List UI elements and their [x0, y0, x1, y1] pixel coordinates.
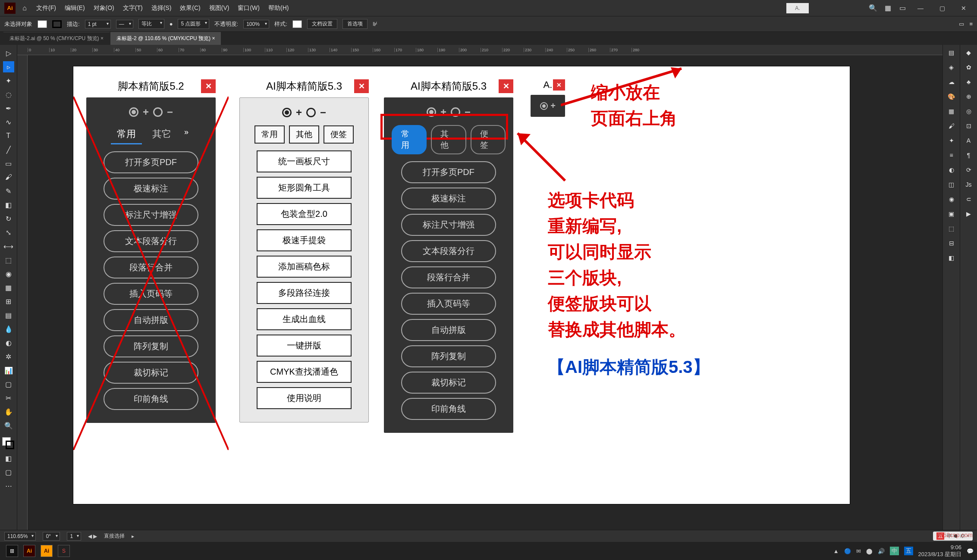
menu-effect[interactable]: 效果(C)	[177, 3, 203, 14]
doc-tab-1[interactable]: 未标题-2.ai @ 50 % (CMYK/CPU 预览) ×	[3, 32, 110, 45]
stroke-variable-dropdown[interactable]: —	[116, 20, 133, 28]
tab-53l-notes[interactable]: 便签	[324, 125, 354, 144]
panel-53l-close[interactable]: ✕	[354, 79, 369, 93]
symbol-sprayer-tool[interactable]: ✲	[3, 351, 14, 362]
gradient-tool[interactable]: ▤	[3, 310, 14, 321]
pen-tool[interactable]: ✒	[3, 103, 14, 114]
btn-open-pdf[interactable]: 打开多页PDF	[104, 151, 198, 173]
btn-auto-imposition[interactable]: 自动拼版	[104, 309, 198, 331]
tray-icon-4[interactable]: ⬤	[866, 548, 873, 554]
btn-cmyk-pantone[interactable]: CMYK查找潘通色	[257, 361, 352, 383]
minimize-button[interactable]: —	[911, 2, 930, 14]
panel-icon-10[interactable]: Js	[964, 179, 974, 190]
panel-icon-1[interactable]: ◆	[964, 47, 974, 58]
lasso-tool[interactable]: ◌	[3, 89, 14, 100]
btn-fast-annotate[interactable]: 极速标注	[104, 178, 198, 200]
eraser-tool[interactable]: ◧	[3, 199, 14, 210]
btn-one-impose[interactable]: 一键拼版	[257, 335, 352, 357]
panel-toggle-icon[interactable]: ▭	[959, 21, 964, 27]
panel-icon-7[interactable]: A	[964, 135, 974, 146]
btn-handbag[interactable]: 极速手提袋	[257, 229, 352, 251]
start-button[interactable]: ⊞	[6, 545, 18, 557]
home-icon[interactable]: ⌂	[19, 3, 30, 14]
btn-text-split[interactable]: 文本段落分行	[104, 230, 198, 252]
btn-multi-path-join[interactable]: 多段路径连接	[257, 282, 352, 304]
menu-help[interactable]: 帮助(H)	[266, 3, 291, 14]
rotate-view[interactable]: 0°	[43, 532, 60, 541]
rotate-tool[interactable]: ↻	[3, 213, 14, 224]
shaper-tool[interactable]: ✎	[3, 185, 14, 197]
panel-icon-9[interactable]: ⟳	[964, 165, 974, 175]
canvas[interactable]: 0102030405060708090100110120130140150160…	[17, 45, 942, 530]
btn-add-colorbar[interactable]: 添加画稿色标	[257, 256, 352, 278]
zoom-level[interactable]: 110.65%	[4, 532, 36, 541]
color-mode-icon[interactable]: ◧	[3, 453, 14, 464]
perspective-tool[interactable]: ▦	[3, 282, 14, 293]
workspace-icon[interactable]: ▭	[897, 3, 908, 14]
menu-type[interactable]: 文字(T)	[120, 3, 145, 14]
tray-icon-1[interactable]: ▲	[833, 548, 839, 554]
tray-lang2[interactable]: 五	[904, 547, 913, 555]
zoom-tool[interactable]: 🔍	[3, 420, 14, 431]
artboard-tool[interactable]: ▢	[3, 379, 14, 390]
brushes-icon[interactable]: 🖌	[946, 121, 957, 131]
panel-icon-4[interactable]: ⊕	[964, 91, 974, 102]
selection-tool[interactable]: ▷	[3, 47, 14, 59]
menu-select[interactable]: 选择(S)	[149, 3, 174, 14]
libraries-icon[interactable]: ☁	[946, 77, 957, 87]
minimized-panel-a[interactable]: A.	[786, 3, 809, 13]
graphic-styles-icon[interactable]: ▣	[946, 209, 957, 219]
uniform-dropdown[interactable]: 等比	[138, 19, 164, 29]
panel-icon-12[interactable]: ▶	[964, 209, 974, 219]
doc-tab-2[interactable]: 未标题-2 @ 110.65 % (CMYK/CPU 预览) ×	[110, 32, 221, 45]
tray-icon-2[interactable]: 🔵	[844, 548, 851, 554]
appearance-icon[interactable]: ◉	[946, 194, 957, 204]
panel-menu-icon[interactable]: ≡	[969, 21, 973, 27]
btn-open-pdf-d[interactable]: 打开多页PDF	[401, 161, 496, 183]
magic-wand-tool[interactable]: ✦	[3, 75, 14, 86]
btn-help[interactable]: 使用说明	[257, 387, 352, 409]
radio-off-l[interactable]	[306, 108, 316, 117]
search-icon[interactable]: 🔍	[867, 3, 879, 14]
panel-icon-6[interactable]: ⊡	[964, 121, 974, 131]
prefs-button[interactable]: 首选项	[342, 19, 368, 29]
btn-prepress-corner[interactable]: 印前角线	[104, 388, 198, 410]
taskbar-clock[interactable]: 9:06 2023/8/13 星期日	[918, 544, 961, 557]
radio-on[interactable]	[129, 107, 138, 117]
mesh-tool[interactable]: ⊞	[3, 296, 14, 307]
maximize-button[interactable]: ▢	[933, 2, 951, 14]
btn-dim-enhance-d[interactable]: 标注尺寸增强	[401, 214, 496, 236]
style-swatch[interactable]	[292, 20, 302, 28]
tab-53l-other[interactable]: 其他	[289, 125, 319, 144]
direct-selection-tool[interactable]: ▹	[3, 61, 14, 72]
blend-tool[interactable]: ◐	[3, 337, 14, 348]
edit-toolbar-icon[interactable]: ⋯	[3, 480, 14, 491]
tab-53d-notes[interactable]: 便签	[471, 125, 506, 154]
panel-icon-5[interactable]: ◎	[964, 106, 974, 116]
panel-icon-11[interactable]: ⊂	[964, 194, 974, 204]
scale-tool[interactable]: ⤡	[3, 227, 14, 238]
btn-prepress-corner-d[interactable]: 印前角线	[401, 398, 496, 420]
shape-builder-tool[interactable]: ◉	[3, 268, 14, 279]
gradient-panel-icon[interactable]: ◐	[946, 165, 957, 175]
btn-para-merge[interactable]: 段落行合并	[104, 257, 198, 278]
tab-52-common[interactable]: 常用	[111, 125, 142, 144]
btn-text-split-d[interactable]: 文本段落分行	[401, 240, 496, 262]
panel-icon-2[interactable]: ✿	[964, 62, 974, 72]
menu-file[interactable]: 文件(F)	[34, 3, 59, 14]
radio-on-l[interactable]	[282, 108, 292, 117]
btn-crop-marks[interactable]: 裁切标记	[104, 362, 198, 384]
btn-array-copy[interactable]: 阵列复制	[104, 335, 198, 357]
btn-crop-marks-d[interactable]: 裁切标记	[401, 372, 496, 394]
btn-fast-annotate-d[interactable]: 极速标注	[401, 188, 496, 210]
taskbar-ai-2[interactable]: Ai	[41, 545, 53, 557]
screen-mode-icon[interactable]: ▢	[3, 466, 14, 478]
notification-icon[interactable]: 💬	[967, 548, 974, 554]
symbols-icon[interactable]: ✦	[946, 135, 957, 146]
paintbrush-tool[interactable]: 🖌	[3, 172, 14, 183]
btn-auto-imposition-d[interactable]: 自动拼版	[401, 319, 496, 341]
fill-stroke-control[interactable]	[2, 437, 15, 450]
eyedropper-tool[interactable]: 💧	[3, 323, 14, 335]
artboard-nav[interactable]: 1	[67, 532, 81, 541]
taskbar-app-3[interactable]: S	[58, 545, 70, 557]
